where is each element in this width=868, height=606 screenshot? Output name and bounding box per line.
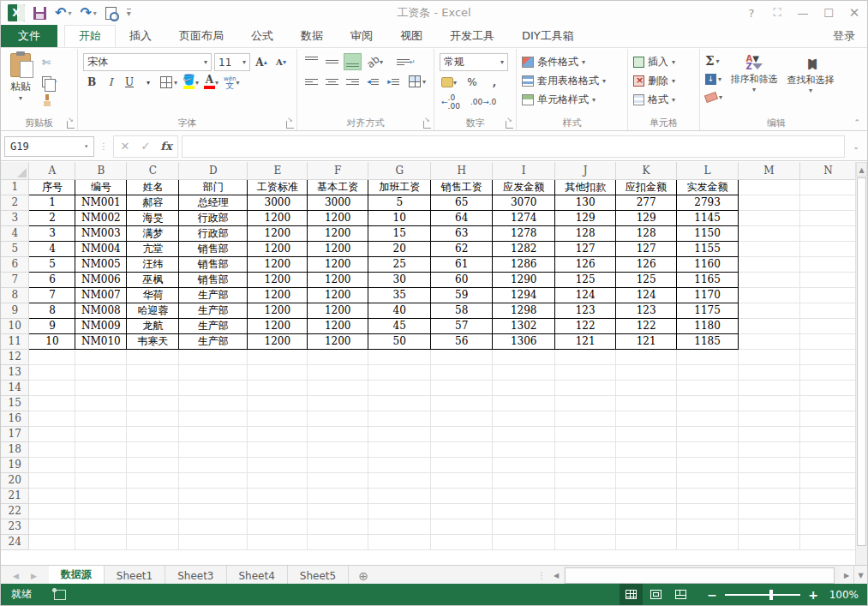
align-left-button[interactable] [302, 73, 320, 90]
cell-C9[interactable]: 哈迎蓉 [127, 303, 179, 318]
cell-N14[interactable] [799, 380, 856, 395]
cell-M10[interactable] [739, 318, 800, 333]
cell-M2[interactable] [739, 195, 800, 210]
cell-G10[interactable]: 45 [368, 318, 431, 333]
cell-K23[interactable] [616, 519, 677, 534]
cell-A8[interactable]: 7 [29, 287, 75, 303]
cell-M20[interactable] [739, 472, 800, 488]
cell-G23[interactable] [368, 519, 431, 534]
cell-L8[interactable]: 1170 [677, 287, 739, 303]
cell-K19[interactable] [616, 457, 677, 472]
name-box-dropdown-icon[interactable]: ▾ [84, 142, 88, 150]
sign-in-link[interactable]: 登录 [821, 25, 867, 47]
cell-B21[interactable] [75, 488, 127, 503]
clear-button[interactable]: ▾ [703, 89, 724, 105]
cell-J10[interactable]: 122 [555, 318, 616, 333]
cell-H1[interactable]: 销售工资 [431, 179, 493, 195]
cell-K13[interactable] [616, 364, 677, 380]
cell-J21[interactable] [555, 488, 616, 503]
cell-I6[interactable]: 1286 [493, 256, 555, 272]
new-sheet-icon[interactable]: ⊕ [349, 566, 378, 585]
cell-F13[interactable] [308, 364, 368, 380]
cell-A23[interactable] [29, 519, 75, 534]
align-middle-button[interactable] [323, 53, 340, 70]
cell-C3[interactable]: 海旻 [127, 210, 179, 225]
cell-C22[interactable] [127, 503, 179, 519]
copy-button[interactable]: ▾ [40, 74, 58, 89]
cell-N8[interactable] [799, 287, 856, 303]
sheet-nav-right-icon[interactable]: ▶ [31, 572, 37, 580]
cell-M12[interactable] [739, 349, 800, 364]
cell-G14[interactable] [368, 380, 431, 395]
autosum-button[interactable]: Σ▾ [703, 53, 724, 69]
cell-B1[interactable]: 编号 [75, 179, 127, 195]
cell-N1[interactable] [799, 179, 856, 195]
cell-D3[interactable]: 行政部 [179, 210, 248, 225]
cell-N24[interactable] [799, 534, 856, 549]
cell-F16[interactable] [308, 411, 368, 426]
cell-I22[interactable] [493, 503, 555, 519]
row-header-7[interactable]: 7 [1, 272, 29, 287]
cell-G18[interactable] [368, 441, 431, 457]
cell-F4[interactable]: 1200 [308, 225, 368, 241]
underline-button[interactable]: U [121, 74, 138, 91]
cell-A17[interactable] [29, 426, 75, 441]
column-header-H[interactable]: H [431, 162, 493, 179]
cell-M11[interactable] [739, 333, 800, 349]
cell-A10[interactable]: 9 [29, 318, 75, 333]
italic-button[interactable]: I [102, 74, 119, 91]
cell-J6[interactable]: 126 [555, 256, 616, 272]
cell-G13[interactable] [368, 364, 431, 380]
collapse-ribbon-icon[interactable]: ⌃ [853, 118, 860, 127]
row-header-12[interactable]: 12 [1, 349, 29, 364]
cell-G9[interactable]: 40 [368, 303, 431, 318]
cell-J15[interactable] [555, 395, 616, 411]
normal-view-button[interactable] [620, 584, 643, 605]
cell-F18[interactable] [308, 441, 368, 457]
cell-C13[interactable] [127, 364, 179, 380]
cell-N22[interactable] [799, 503, 856, 519]
cut-button[interactable]: ✄ [40, 55, 58, 70]
cell-G16[interactable] [368, 411, 431, 426]
scroll-right-icon[interactable]: ▶ [840, 572, 853, 579]
cell-D12[interactable] [179, 349, 248, 364]
cell-C10[interactable]: 龙航 [127, 318, 179, 333]
cell-K16[interactable] [616, 411, 677, 426]
cell-K15[interactable] [616, 395, 677, 411]
cell-M6[interactable] [739, 256, 800, 272]
cell-A3[interactable]: 2 [29, 210, 75, 225]
decrease-indent-button[interactable]: ◂ [364, 73, 381, 90]
cell-B22[interactable] [75, 503, 127, 519]
cell-B12[interactable] [75, 349, 127, 364]
page-break-view-button[interactable] [669, 584, 692, 605]
cell-E9[interactable]: 1200 [248, 303, 308, 318]
cell-B23[interactable] [75, 519, 127, 534]
cell-J11[interactable]: 121 [555, 333, 616, 349]
cell-J4[interactable]: 128 [555, 225, 616, 241]
cell-M18[interactable] [739, 441, 800, 457]
cell-I12[interactable] [493, 349, 555, 364]
cell-E3[interactable]: 1200 [248, 210, 308, 225]
cell-I7[interactable]: 1290 [493, 272, 555, 287]
cell-A2[interactable]: 1 [29, 195, 75, 210]
select-all-corner[interactable] [1, 162, 29, 179]
row-header-23[interactable]: 23 [1, 519, 29, 534]
font-name-select[interactable]: 宋体▾ [83, 53, 212, 71]
cell-D19[interactable] [179, 457, 248, 472]
cell-D23[interactable] [179, 519, 248, 534]
cell-E5[interactable]: 1200 [248, 241, 308, 256]
cell-N7[interactable] [799, 272, 856, 287]
cell-I21[interactable] [493, 488, 555, 503]
cell-H14[interactable] [431, 380, 493, 395]
cell-N21[interactable] [799, 488, 856, 503]
column-header-J[interactable]: J [555, 162, 616, 179]
column-header-E[interactable]: E [248, 162, 308, 179]
cell-B5[interactable]: NM004 [75, 241, 127, 256]
cell-E22[interactable] [248, 503, 308, 519]
cell-M9[interactable] [739, 303, 800, 318]
row-header-19[interactable]: 19 [1, 457, 29, 472]
cell-L5[interactable]: 1155 [677, 241, 739, 256]
cell-F12[interactable] [308, 349, 368, 364]
cell-L3[interactable]: 1145 [677, 210, 739, 225]
cell-H21[interactable] [431, 488, 493, 503]
